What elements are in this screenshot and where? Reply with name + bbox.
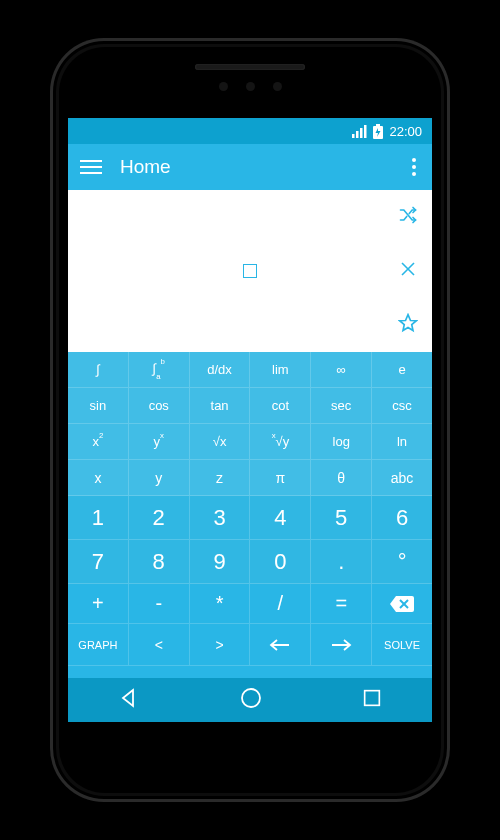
key-4[interactable]: 4 — [250, 496, 311, 540]
app-bar: Home — [68, 144, 432, 190]
key-multiply[interactable]: * — [190, 584, 251, 624]
phone-frame: 22:00 Home — [50, 38, 450, 802]
svg-marker-12 — [123, 690, 133, 706]
key-sec[interactable]: sec — [311, 388, 372, 424]
key-cursor-right[interactable] — [311, 624, 372, 666]
key-greater-than[interactable]: > — [190, 624, 251, 666]
shuffle-icon[interactable] — [398, 205, 418, 229]
key-cos[interactable]: cos — [129, 388, 190, 424]
expression-canvas[interactable] — [68, 190, 432, 352]
battery-icon — [373, 124, 383, 139]
signal-icon — [352, 125, 367, 138]
status-time: 22:00 — [389, 124, 422, 139]
key-1[interactable]: 1 — [68, 496, 129, 540]
nav-back-icon[interactable] — [117, 686, 141, 714]
svg-rect-3 — [364, 125, 367, 138]
phone-speaker — [195, 64, 305, 70]
close-icon[interactable] — [399, 260, 417, 282]
star-icon[interactable] — [398, 313, 418, 337]
svg-marker-9 — [400, 314, 417, 330]
key-z[interactable]: z — [190, 460, 251, 496]
key-power[interactable]: yx — [129, 424, 190, 460]
key-solve[interactable]: SOLVE — [372, 624, 432, 666]
key-pi[interactable]: π — [250, 460, 311, 496]
android-nav-bar — [68, 678, 432, 722]
key-3[interactable]: 3 — [190, 496, 251, 540]
svg-rect-2 — [360, 128, 363, 138]
key-minus[interactable]: - — [129, 584, 190, 624]
key-2[interactable]: 2 — [129, 496, 190, 540]
key-less-than[interactable]: < — [129, 624, 190, 666]
nav-recent-icon[interactable] — [361, 687, 383, 713]
key-definite-integral[interactable]: ∫ab — [129, 352, 190, 388]
page-title: Home — [120, 156, 408, 178]
key-cot[interactable]: cot — [250, 388, 311, 424]
key-e[interactable]: e — [372, 352, 432, 388]
key-5[interactable]: 5 — [311, 496, 372, 540]
key-theta[interactable]: θ — [311, 460, 372, 496]
key-divide[interactable]: / — [250, 584, 311, 624]
row-calculus: ∫ ∫ab d/dx lim ∞ e — [68, 352, 432, 388]
key-sin[interactable]: sin — [68, 388, 129, 424]
key-limit[interactable]: lim — [250, 352, 311, 388]
key-decimal[interactable]: . — [311, 540, 372, 584]
key-degree[interactable]: ° — [372, 540, 432, 584]
key-9[interactable]: 9 — [190, 540, 251, 584]
svg-rect-1 — [356, 131, 359, 138]
key-y[interactable]: y — [129, 460, 190, 496]
key-log[interactable]: log — [311, 424, 372, 460]
svg-rect-0 — [352, 134, 355, 138]
screen: 22:00 Home — [68, 118, 432, 722]
key-0[interactable]: 0 — [250, 540, 311, 584]
key-cursor-left[interactable] — [250, 624, 311, 666]
key-graph[interactable]: GRAPH — [68, 624, 129, 666]
key-sqrt[interactable]: √x — [190, 424, 251, 460]
svg-point-13 — [242, 689, 260, 707]
key-infinity[interactable]: ∞ — [311, 352, 372, 388]
key-csc[interactable]: csc — [372, 388, 432, 424]
key-6[interactable]: 6 — [372, 496, 432, 540]
row-operators: + - * / = — [68, 584, 432, 624]
key-derivative[interactable]: d/dx — [190, 352, 251, 388]
nav-home-icon[interactable] — [239, 686, 263, 714]
key-8[interactable]: 8 — [129, 540, 190, 584]
key-abc[interactable]: abc — [372, 460, 432, 496]
key-ln[interactable]: ln — [372, 424, 432, 460]
key-nth-root[interactable]: x√y — [250, 424, 311, 460]
row-digits-1: 1 2 3 4 5 6 — [68, 496, 432, 540]
key-equals[interactable]: = — [311, 584, 372, 624]
key-backspace[interactable] — [372, 584, 432, 624]
overflow-menu-icon[interactable] — [408, 154, 420, 180]
hamburger-icon[interactable] — [80, 156, 102, 178]
keypad: ∫ ∫ab d/dx lim ∞ e sin cos tan cot sec c… — [68, 352, 432, 666]
key-tan[interactable]: tan — [190, 388, 251, 424]
phone-sensors — [50, 82, 450, 94]
row-bottom: GRAPH < > SOLVE — [68, 624, 432, 666]
svg-rect-4 — [376, 124, 380, 126]
svg-rect-14 — [365, 691, 380, 706]
key-integral[interactable]: ∫ — [68, 352, 129, 388]
row-vars: x y z π θ abc — [68, 460, 432, 496]
key-square[interactable]: x2 — [68, 424, 129, 460]
row-digits-2: 7 8 9 0 . ° — [68, 540, 432, 584]
cursor-box-icon — [243, 264, 257, 278]
key-x[interactable]: x — [68, 460, 129, 496]
status-bar: 22:00 — [68, 118, 432, 144]
canvas-actions — [392, 190, 424, 352]
key-7[interactable]: 7 — [68, 540, 129, 584]
key-plus[interactable]: + — [68, 584, 129, 624]
row-trig: sin cos tan cot sec csc — [68, 388, 432, 424]
row-powers: x2 yx √x x√y log ln — [68, 424, 432, 460]
